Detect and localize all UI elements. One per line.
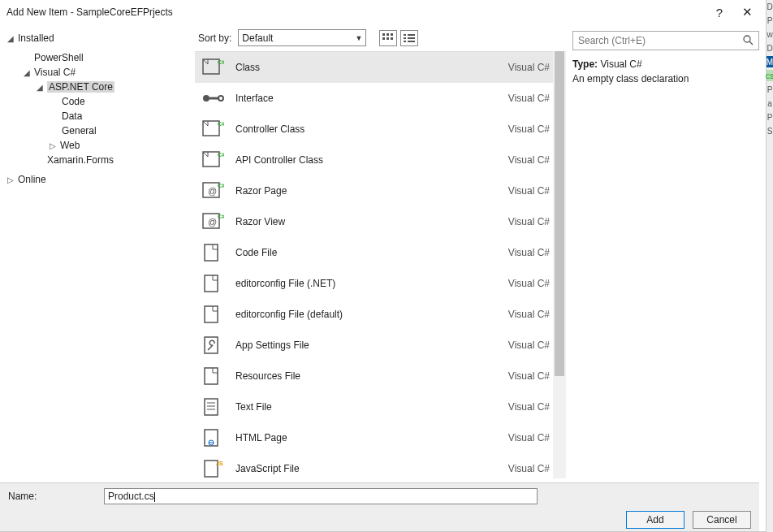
- tree-header-online[interactable]: ▷ Online: [0, 172, 195, 187]
- template-name: Controller Class: [235, 123, 508, 135]
- svg-rect-27: [205, 244, 218, 261]
- template-name: Razor Page: [235, 185, 508, 197]
- tree-label: Installed: [18, 32, 54, 44]
- tree-label: Data: [62, 110, 82, 122]
- tree-label: Web: [60, 140, 80, 151]
- chevron-down-icon: ◢: [36, 83, 44, 92]
- svg-rect-4: [386, 37, 389, 40]
- tree-node-visualcs[interactable]: ◢ Visual C#: [0, 65, 195, 80]
- template-name: Resources File: [235, 370, 508, 382]
- tree-node-data[interactable]: Data: [0, 109, 195, 123]
- svg-point-14: [203, 95, 209, 102]
- view-medium-icons-button[interactable]: [379, 30, 397, 46]
- search-input[interactable]: Search (Ctrl+E): [572, 31, 759, 50]
- tree-node-web[interactable]: ▷ Web: [0, 138, 195, 153]
- tree-node-xamarin[interactable]: Xamarin.Forms: [0, 153, 195, 167]
- window-title: Add New Item - SampleCoreEFPrjects: [6, 6, 716, 18]
- template-lang: Visual C#: [508, 62, 550, 73]
- chevron-down-icon: ◢: [23, 68, 31, 77]
- template-lang: Visual C#: [508, 154, 550, 166]
- template-item[interactable]: C#API Controller ClassVisual C#: [195, 145, 566, 175]
- scrollbar[interactable]: [553, 51, 566, 478]
- template-name: JavaScript File: [235, 463, 508, 474]
- template-item[interactable]: @C#Razor ViewVisual C#: [195, 206, 566, 237]
- svg-rect-32: [205, 399, 218, 415]
- view-small-icons-button[interactable]: [400, 30, 418, 46]
- tree-node-powershell[interactable]: PowerShell: [0, 50, 195, 65]
- template-item[interactable]: Resources FileVisual C#: [195, 361, 566, 391]
- chevron-down-icon: ◢: [6, 34, 15, 43]
- template-icon: [201, 87, 224, 110]
- tree-label: ASP.NET Core: [47, 81, 114, 93]
- template-lang: Visual C#: [508, 247, 550, 258]
- help-button[interactable]: ?: [716, 6, 723, 19]
- template-item[interactable]: @C#Razor PageVisual C#: [195, 175, 566, 206]
- template-icon: C#: [201, 118, 224, 141]
- svg-rect-5: [391, 37, 393, 40]
- template-item[interactable]: C#Controller ClassVisual C#: [195, 114, 566, 145]
- template-item[interactable]: App Settings FileVisual C#: [195, 330, 566, 361]
- template-lang: Visual C#: [508, 278, 550, 289]
- side-letter: w: [767, 28, 773, 40]
- template-item[interactable]: editorconfig File (.NET)Visual C#: [195, 268, 566, 299]
- side-letter: M: [767, 56, 773, 67]
- chevron-down-icon: ▼: [355, 34, 362, 42]
- template-name: Interface: [235, 93, 508, 104]
- sortby-select[interactable]: Default ▼: [238, 29, 366, 46]
- grid-icon: [382, 33, 394, 43]
- type-label: Type:: [572, 58, 598, 70]
- cancel-button[interactable]: Cancel: [693, 511, 751, 529]
- template-lang: Visual C#: [508, 370, 550, 382]
- name-input[interactable]: Product.cs: [104, 488, 538, 504]
- template-item[interactable]: HTML PageVisual C#: [195, 422, 566, 453]
- template-icon: [201, 241, 224, 264]
- close-button[interactable]: ✕: [742, 5, 753, 19]
- template-item[interactable]: JSJavaScript FileVisual C#: [195, 453, 566, 479]
- svg-text:C#: C#: [218, 214, 224, 219]
- svg-line-42: [749, 41, 753, 45]
- tree-node-general[interactable]: General: [0, 123, 195, 138]
- template-icon: [201, 426, 224, 449]
- template-item[interactable]: Text FileVisual C#: [195, 391, 566, 422]
- svg-rect-11: [408, 41, 415, 42]
- template-icon: C#: [201, 56, 224, 79]
- search-placeholder: Search (Ctrl+E): [578, 35, 646, 46]
- template-icon: C#: [201, 149, 224, 171]
- svg-text:C#: C#: [218, 152, 224, 158]
- template-lang: Visual C#: [508, 340, 550, 351]
- template-item[interactable]: Code FileVisual C#: [195, 237, 566, 268]
- template-name: App Settings File: [235, 340, 508, 351]
- tree-header-installed[interactable]: ◢ Installed: [0, 31, 195, 45]
- template-icon: JS: [201, 457, 224, 479]
- add-button[interactable]: Add: [626, 511, 684, 529]
- side-letter: D: [767, 1, 773, 12]
- template-item[interactable]: InterfaceVisual C#: [195, 83, 566, 114]
- svg-text:C#: C#: [218, 121, 224, 127]
- side-letter: P: [767, 84, 773, 95]
- chevron-right-icon: ▷: [49, 141, 57, 150]
- side-letter: a: [767, 97, 773, 109]
- template-name: API Controller Class: [235, 154, 508, 166]
- tree-node-code[interactable]: Code: [0, 94, 195, 109]
- svg-rect-1: [386, 33, 389, 36]
- template-name: Class: [235, 62, 508, 73]
- tree-node-aspnetcore[interactable]: ◢ ASP.NET Core: [0, 80, 195, 94]
- template-list[interactable]: C#ClassVisual C#InterfaceVisual C#C#Cont…: [195, 51, 566, 479]
- name-label: Name:: [8, 491, 97, 502]
- template-lang: Visual C#: [508, 185, 550, 197]
- category-tree: ◢ Installed PowerShell ◢ Visual C# ◢ ASP…: [0, 24, 195, 479]
- titlebar: Add New Item - SampleCoreEFPrjects ? ✕: [0, 0, 766, 24]
- template-name: editorconfig File (.NET): [235, 278, 508, 289]
- sortby-label: Sort by:: [198, 32, 231, 44]
- template-item[interactable]: editorconfig File (default)Visual C#: [195, 299, 566, 330]
- scrollbar-thumb[interactable]: [555, 51, 564, 376]
- template-name: Text File: [235, 401, 508, 413]
- template-icon: [201, 365, 224, 387]
- side-letters: DPwDMcsPaPS: [767, 0, 773, 532]
- template-item[interactable]: C#ClassVisual C#: [195, 52, 566, 83]
- svg-text:C#: C#: [218, 59, 224, 65]
- svg-rect-29: [205, 306, 218, 322]
- svg-text:@: @: [208, 217, 217, 227]
- type-value: Visual C#: [600, 58, 641, 70]
- svg-text:JS: JS: [216, 461, 223, 466]
